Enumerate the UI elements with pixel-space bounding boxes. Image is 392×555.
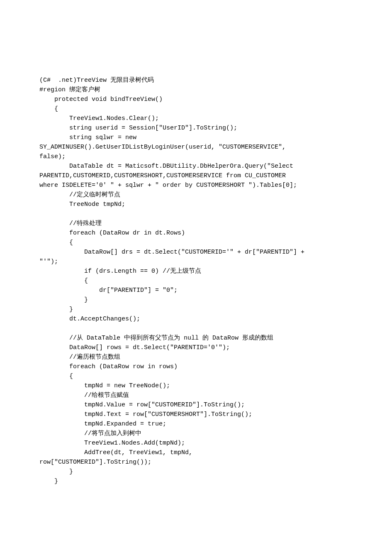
code-line: { — [39, 373, 73, 380]
code-line: TreeView1.Nodes.Clear(); — [39, 115, 159, 122]
code-line: TreeNode tmpNd; — [39, 201, 125, 208]
code-line: string sqlwr = new — [39, 134, 140, 141]
code-line: } — [39, 306, 73, 313]
code-line: TreeView1.Nodes.Add(tmpNd); — [39, 440, 185, 447]
code-line: //特殊处理 — [39, 220, 102, 227]
code-line: DataRow[] drs = dt.Select("CUSTOMERID='"… — [39, 249, 308, 256]
code-line: (C# .net)TreeView 无限目录树代码 — [39, 77, 154, 84]
code-line: string userid = Session["UserID"].ToStri… — [39, 125, 237, 132]
code-line: //遍历根节点数组 — [39, 354, 120, 361]
code-line: dr["PARENTID"] = "0"; — [39, 287, 178, 294]
code-line: where ISDELETE='0' " + sqlwr + " order b… — [39, 182, 297, 189]
code-line: row["CUSTOMERID"].ToString()); — [39, 459, 151, 466]
code-line: { — [39, 105, 58, 112]
code-line: tmpNd.Text = row["CUSTOMERSHORT"].ToStri… — [39, 411, 252, 418]
code-line: false); — [39, 153, 66, 160]
code-line: DataRow[] rows = dt.Select("PARENTID='0'… — [39, 344, 230, 351]
code-line: foreach (DataRow row in rows) — [39, 363, 178, 370]
code-line: { — [39, 277, 88, 284]
code-line: //将节点加入到树中 — [39, 430, 141, 437]
code-line: protected void bindTreeView() — [39, 96, 163, 103]
code-block: (C# .net)TreeView 无限目录树代码 #region 绑定客户树 … — [39, 76, 353, 486]
code-line: if (drs.Length == 0) //无上级节点 — [39, 268, 201, 275]
code-line: tmpNd = new TreeNode(); — [39, 382, 170, 389]
code-line: } — [39, 468, 73, 475]
code-line: DataTable dt = Maticsoft.DBUtility.DbHel… — [39, 163, 297, 170]
code-line: dt.AcceptChanges(); — [39, 315, 140, 323]
code-line: #region 绑定客户树 — [39, 86, 100, 93]
code-line: AddTree(dt, TreeView1, tmpNd, — [39, 449, 196, 456]
code-line: //给根节点赋值 — [39, 392, 129, 399]
code-line: PARENTID,CUSTOMERID,CUSTOMERSHORT,CUSTOM… — [39, 172, 290, 179]
code-line: } — [39, 478, 58, 485]
code-line: //定义临时树节点 — [39, 191, 120, 198]
code-line: tmpNd.Expanded = true; — [39, 421, 166, 428]
code-line: foreach (DataRow dr in dt.Rows) — [39, 230, 185, 237]
code-line: "'"); — [39, 258, 58, 265]
code-line: { — [39, 239, 73, 246]
code-line: SY_ADMINUSER().GetUserIDListByLoginUser(… — [39, 144, 290, 151]
code-line: tmpNd.Value = row["CUSTOMERID"].ToString… — [39, 401, 245, 408]
code-line: //从 DataTable 中得到所有父节点为 null 的 DataRow 形… — [39, 335, 273, 342]
code-line: } — [39, 296, 88, 303]
